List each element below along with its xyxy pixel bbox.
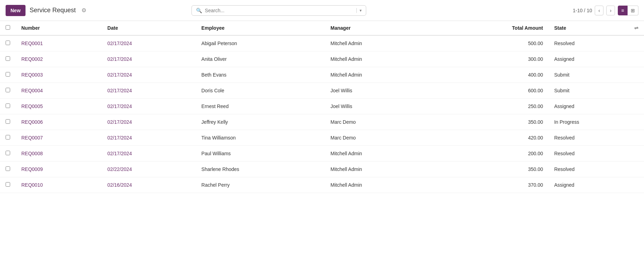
row-manager: Joel Willis <box>325 83 437 99</box>
search-dropdown-button[interactable]: ▾ <box>356 8 362 13</box>
table-row[interactable]: REQ0009 02/22/2024 Sharlene Rhodes Mitch… <box>0 162 644 177</box>
row-date: 02/17/2024 <box>102 146 196 162</box>
gear-icon[interactable]: ⚙ <box>81 7 86 14</box>
row-state: Resolved <box>549 146 644 162</box>
row-number[interactable]: REQ0009 <box>16 162 102 177</box>
row-number[interactable]: REQ0003 <box>16 67 102 83</box>
row-manager: Mitchell Admin <box>325 35 437 51</box>
row-state: Submit <box>549 67 644 83</box>
row-number[interactable]: REQ0007 <box>16 130 102 146</box>
row-date: 02/17/2024 <box>102 67 196 83</box>
row-employee: Abigail Peterson <box>196 35 325 51</box>
row-employee: Anita Oliver <box>196 51 325 67</box>
row-number[interactable]: REQ0005 <box>16 99 102 114</box>
search-input[interactable] <box>205 8 354 13</box>
row-checkbox-cell[interactable] <box>0 177 16 193</box>
row-total-amount: 500.00 <box>437 35 549 51</box>
row-state: Resolved <box>549 162 644 177</box>
row-checkbox-1[interactable] <box>6 56 10 61</box>
row-employee: Beth Evans <box>196 67 325 83</box>
next-page-button[interactable]: › <box>606 6 615 15</box>
row-employee: Ernest Reed <box>196 99 325 114</box>
col-header-total-amount[interactable]: Total Amount <box>437 21 549 35</box>
row-checkbox-cell[interactable] <box>0 67 16 83</box>
row-manager: Mitchell Admin <box>325 67 437 83</box>
row-manager: Marc Demo <box>325 114 437 130</box>
row-checkbox-cell[interactable] <box>0 99 16 114</box>
row-number[interactable]: REQ0006 <box>16 114 102 130</box>
list-view-button[interactable]: ≡ <box>618 6 628 15</box>
col-header-manager[interactable]: Manager <box>325 21 437 35</box>
search-bar: 🔍 ▾ <box>191 5 366 16</box>
pagination-info: 1-10 / 10 <box>573 8 592 13</box>
row-checkbox-4[interactable] <box>6 103 10 108</box>
table-row[interactable]: REQ0006 02/17/2024 Jeffrey Kelly Marc De… <box>0 114 644 130</box>
col-header-employee[interactable]: Employee <box>196 21 325 35</box>
row-state: Assigned <box>549 51 644 67</box>
row-state: Resolved <box>549 130 644 146</box>
row-number[interactable]: REQ0002 <box>16 51 102 67</box>
row-checkbox-cell[interactable] <box>0 162 16 177</box>
row-checkbox-6[interactable] <box>6 135 10 139</box>
col-header-number[interactable]: Number <box>16 21 102 35</box>
row-checkbox-cell[interactable] <box>0 51 16 67</box>
row-number[interactable]: REQ0004 <box>16 83 102 99</box>
table-row[interactable]: REQ0007 02/17/2024 Tina Williamson Marc … <box>0 130 644 146</box>
row-manager: Mitchell Admin <box>325 162 437 177</box>
row-manager: Mitchell Admin <box>325 146 437 162</box>
table-row[interactable]: REQ0002 02/17/2024 Anita Oliver Mitchell… <box>0 51 644 67</box>
row-checkbox-5[interactable] <box>6 119 10 124</box>
row-employee: Doris Cole <box>196 83 325 99</box>
select-all-header[interactable] <box>0 21 16 35</box>
row-manager: Marc Demo <box>325 130 437 146</box>
table-container: Number Date Employee Manager Total Amoun… <box>0 21 644 193</box>
row-total-amount: 250.00 <box>437 99 549 114</box>
page-title: Service Request <box>30 7 76 14</box>
row-number[interactable]: REQ0010 <box>16 177 102 193</box>
row-date: 02/22/2024 <box>102 162 196 177</box>
col-header-state[interactable]: State ⇌ <box>549 21 644 35</box>
prev-page-button[interactable]: ‹ <box>595 6 603 15</box>
filter-icon[interactable]: ⇌ <box>634 25 638 31</box>
row-manager: Joel Willis <box>325 99 437 114</box>
new-button[interactable]: New <box>6 5 26 16</box>
table-row[interactable]: REQ0010 02/16/2024 Rachel Perry Mitchell… <box>0 177 644 193</box>
row-employee: Rachel Perry <box>196 177 325 193</box>
grid-view-button[interactable]: ⊞ <box>628 6 638 15</box>
row-total-amount: 600.00 <box>437 83 549 99</box>
row-date: 02/17/2024 <box>102 114 196 130</box>
row-checkbox-cell[interactable] <box>0 130 16 146</box>
row-total-amount: 300.00 <box>437 51 549 67</box>
row-date: 02/17/2024 <box>102 51 196 67</box>
table-row[interactable]: REQ0003 02/17/2024 Beth Evans Mitchell A… <box>0 67 644 83</box>
row-total-amount: 370.00 <box>437 177 549 193</box>
table-row[interactable]: REQ0001 02/17/2024 Abigail Peterson Mitc… <box>0 35 644 51</box>
row-employee: Paul Williams <box>196 146 325 162</box>
row-checkbox-8[interactable] <box>6 166 10 171</box>
row-checkbox-cell[interactable] <box>0 83 16 99</box>
service-request-table: Number Date Employee Manager Total Amoun… <box>0 21 644 193</box>
row-checkbox-9[interactable] <box>6 182 10 187</box>
row-checkbox-7[interactable] <box>6 151 10 155</box>
table-row[interactable]: REQ0004 02/17/2024 Doris Cole Joel Willi… <box>0 83 644 99</box>
row-state: In Progress <box>549 114 644 130</box>
row-checkbox-cell[interactable] <box>0 146 16 162</box>
row-checkbox-0[interactable] <box>6 41 10 45</box>
col-header-date[interactable]: Date <box>102 21 196 35</box>
table-header-row: Number Date Employee Manager Total Amoun… <box>0 21 644 35</box>
table-row[interactable]: REQ0008 02/17/2024 Paul Williams Mitchel… <box>0 146 644 162</box>
row-checkbox-cell[interactable] <box>0 35 16 51</box>
row-date: 02/17/2024 <box>102 99 196 114</box>
row-date: 02/16/2024 <box>102 177 196 193</box>
row-number[interactable]: REQ0008 <box>16 146 102 162</box>
row-total-amount: 350.00 <box>437 114 549 130</box>
row-checkbox-2[interactable] <box>6 72 10 77</box>
select-all-checkbox[interactable] <box>6 25 10 30</box>
row-number[interactable]: REQ0001 <box>16 35 102 51</box>
table-row[interactable]: REQ0005 02/17/2024 Ernest Reed Joel Will… <box>0 99 644 114</box>
row-state: Assigned <box>549 99 644 114</box>
row-checkbox-cell[interactable] <box>0 114 16 130</box>
row-checkbox-3[interactable] <box>6 88 10 92</box>
row-state: Resolved <box>549 35 644 51</box>
row-total-amount: 420.00 <box>437 130 549 146</box>
